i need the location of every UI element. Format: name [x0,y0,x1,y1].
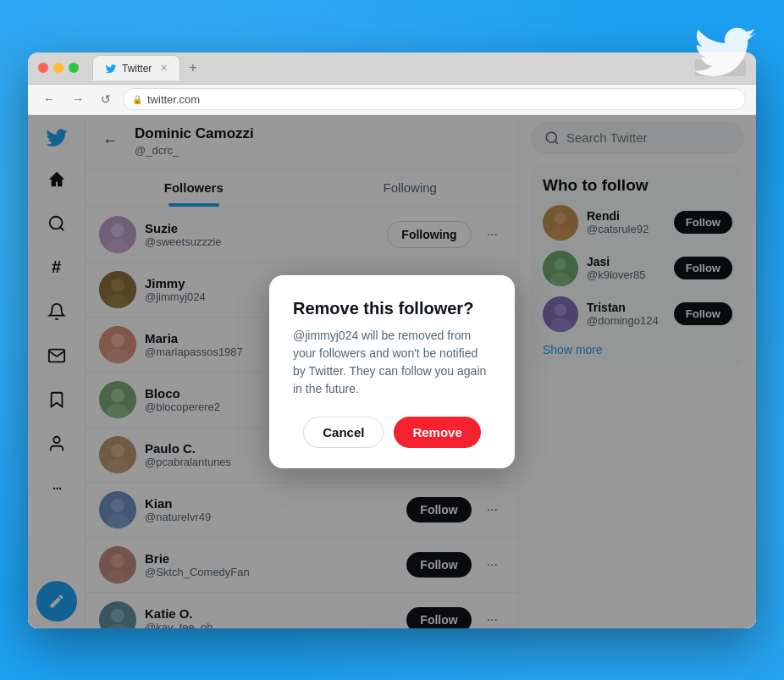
twitter-app: # ··· ← Dominic Camozzi [28,115,756,628]
address-bar[interactable]: 🔒 twitter.com [123,88,746,110]
tab-bar: Twitter ✕ + [92,55,671,80]
lock-icon: 🔒 [132,95,142,104]
tab-title: Twitter [122,63,152,75]
tab-favicon-icon [105,63,117,75]
traffic-lights [38,63,79,73]
close-traffic-light[interactable] [38,63,48,73]
back-button[interactable]: ← [38,89,60,109]
tab-close-btn[interactable]: ✕ [160,63,168,74]
twitter-bg-logo [691,17,759,85]
modal-overlay[interactable]: Remove this follower? @jimmyj024 will be… [28,115,756,628]
modal-title: Remove this follower? [293,299,491,318]
new-tab-button[interactable]: + [184,58,202,77]
remove-follower-modal: Remove this follower? @jimmyj024 will be… [269,275,515,468]
browser-controls: ← → ↺ 🔒 twitter.com [28,85,756,115]
browser-window: Twitter ✕ + ← → ↺ 🔒 twitter.com [28,53,756,628]
modal-remove-button[interactable]: Remove [394,417,480,448]
browser-titlebar: Twitter ✕ + [28,53,756,85]
forward-button[interactable]: → [67,89,89,109]
modal-cancel-button[interactable]: Cancel [303,417,384,448]
modal-buttons: Cancel Remove [293,417,491,448]
browser-tab-twitter[interactable]: Twitter ✕ [92,55,180,80]
refresh-button[interactable]: ↺ [96,89,116,109]
modal-body: @jimmyj024 will be removed from your fol… [293,327,491,398]
maximize-traffic-light[interactable] [69,63,79,73]
url-text: twitter.com [147,93,200,106]
minimize-traffic-light[interactable] [53,63,63,73]
